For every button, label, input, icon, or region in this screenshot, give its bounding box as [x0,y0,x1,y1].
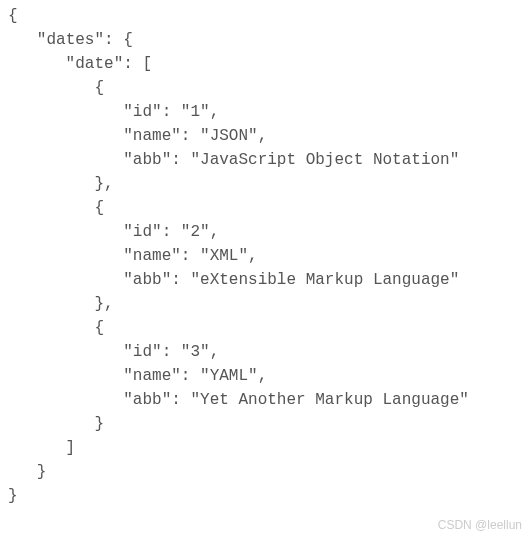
key-abb-2: abb [133,391,162,409]
val-abb-2: Yet Another Markup Language [200,391,459,409]
val-abb-1: eXtensible Markup Language [200,271,450,289]
val-name-1: XML [210,247,239,265]
key-id-2: id [133,343,152,361]
key-date: date [75,55,113,73]
val-name-2: YAML [210,367,248,385]
key-abb-1: abb [133,271,162,289]
val-id-1: 2 [190,223,200,241]
key-abb-0: abb [133,151,162,169]
key-name-1: name [133,247,171,265]
watermark-text: CSDN @leellun [438,516,522,534]
key-name-2: name [133,367,171,385]
val-name-0: JSON [210,127,248,145]
json-code-snippet: { "dates": { "date": [ { "id": "1", "nam… [8,4,524,508]
val-abb-0: JavaScript Object Notation [200,151,450,169]
key-dates: dates [46,31,94,49]
key-id-1: id [133,223,152,241]
val-id-2: 3 [190,343,200,361]
key-name-0: name [133,127,171,145]
key-id-0: id [133,103,152,121]
val-id-0: 1 [190,103,200,121]
